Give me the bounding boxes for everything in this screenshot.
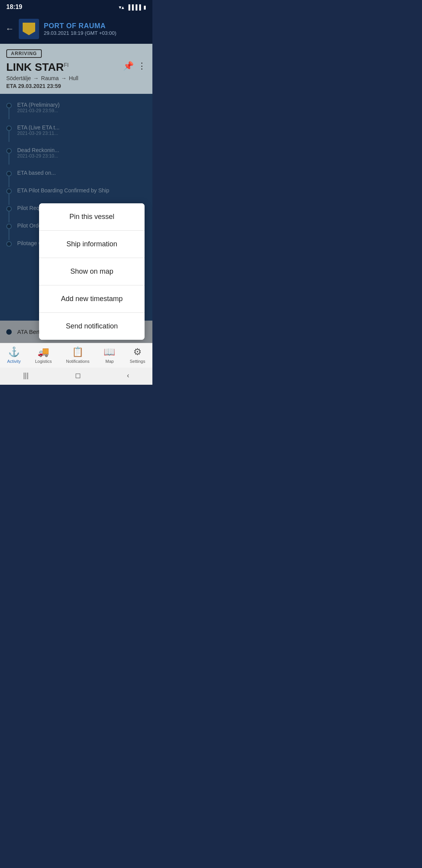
dropdown-pin-vessel[interactable]: Pin this vessel: [39, 203, 145, 231]
android-menu-button[interactable]: |||: [23, 371, 29, 380]
vessel-actions: 📌 ⋮: [123, 61, 146, 71]
android-nav: ||| ◻ ‹: [0, 368, 152, 385]
vessel-row: LINK STARFI 📌 ⋮: [6, 61, 146, 74]
nav-item-settings[interactable]: ⚙ Settings: [130, 346, 145, 364]
notifications-icon: 📋: [72, 346, 84, 357]
wifi-icon: ▾▴: [119, 4, 124, 10]
nav-item-logistics[interactable]: 🚚 Logistics: [35, 346, 52, 364]
status-time: 18:19: [6, 4, 22, 11]
status-bar: 18:19 ▾▴ ▐▐▐▐ ▮: [0, 0, 152, 14]
vessel-area: ARRIVING LINK STARFI 📌 ⋮ Södertälje → Ra…: [0, 44, 152, 94]
vessel-route: Södertälje → Rauma → Hull: [6, 75, 146, 81]
pin-button[interactable]: 📌: [123, 61, 134, 71]
back-button[interactable]: ←: [5, 24, 14, 34]
bottom-nav: ⚓ Activity 🚚 Logistics 📋 Notifications 📖…: [0, 343, 152, 368]
dropdown-menu: Pin this vessel Ship information Show on…: [39, 203, 145, 340]
arriving-badge: ARRIVING: [6, 49, 42, 58]
vessel-eta: ETA 29.03.2021 23:59: [6, 83, 146, 89]
dropdown-show-on-map[interactable]: Show on map: [39, 258, 145, 285]
settings-icon: ⚙: [133, 346, 142, 357]
battery-icon: ▮: [143, 4, 146, 10]
port-logo-flag: [23, 23, 35, 35]
nav-label-notifications: Notifications: [66, 359, 89, 364]
truck-icon: 🚚: [38, 346, 49, 357]
port-name: PORT OF RAUMA: [44, 22, 116, 30]
android-home-button[interactable]: ◻: [75, 371, 81, 380]
nav-item-map[interactable]: 📖 Map: [104, 346, 115, 364]
header: ← PORT OF RAUMA 29.03.2021 18:19 (GMT +0…: [0, 14, 152, 44]
nav-item-activity[interactable]: ⚓ Activity: [7, 346, 21, 364]
header-text: PORT OF RAUMA 29.03.2021 18:19 (GMT +03:…: [44, 22, 116, 36]
dropdown-send-notification[interactable]: Send notification: [39, 313, 145, 340]
vessel-name: LINK STARFI: [6, 61, 69, 73]
status-icons: ▾▴ ▐▐▐▐ ▮: [119, 4, 146, 10]
nav-label-settings: Settings: [130, 359, 145, 364]
content-wrapper: ETA (Preliminary) 2021-03-29 23:59... ET…: [0, 94, 152, 343]
dropdown-ship-information[interactable]: Ship information: [39, 231, 145, 258]
vessel-flag: FI: [64, 62, 68, 68]
android-back-button[interactable]: ‹: [127, 371, 129, 380]
nav-label-activity: Activity: [7, 359, 21, 364]
vessel-name-block: LINK STARFI: [6, 61, 69, 74]
port-datetime: 29.03.2021 18:19 (GMT +03:00): [44, 30, 116, 36]
map-icon: 📖: [104, 346, 115, 357]
port-logo: [19, 19, 39, 39]
signal-icon: ▐▐▐▐: [127, 4, 141, 10]
nav-label-map: Map: [106, 359, 114, 364]
nav-label-logistics: Logistics: [35, 359, 52, 364]
nav-item-notifications[interactable]: 📋 Notifications: [66, 346, 89, 364]
dropdown-add-timestamp[interactable]: Add new timestamp: [39, 285, 145, 313]
anchor-icon: ⚓: [8, 346, 20, 357]
more-button[interactable]: ⋮: [138, 61, 146, 71]
